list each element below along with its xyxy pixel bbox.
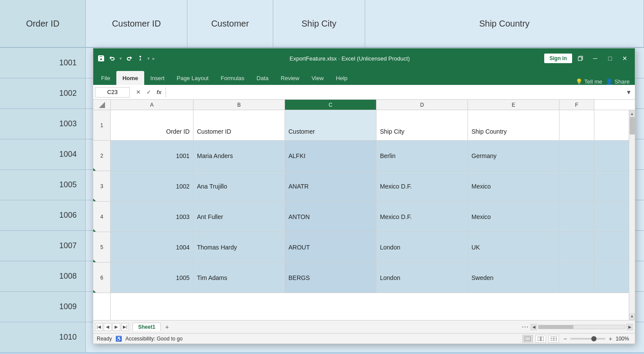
cell-row2-a[interactable]: 1001 — [111, 141, 193, 171]
cell-row4-e[interactable]: Mexico — [468, 202, 559, 232]
tab-page-layout[interactable]: Page Layout — [171, 71, 215, 85]
sheet-dots-menu[interactable]: ⋯ — [520, 323, 530, 331]
row-num-5[interactable]: 5 — [93, 232, 110, 263]
cell-row3-c[interactable]: ANATR — [285, 171, 376, 201]
cell-row4-a[interactable]: 1003 — [111, 202, 193, 232]
row-num-1[interactable]: 1 — [93, 110, 110, 141]
zoom-in-button[interactable]: + — [607, 335, 614, 342]
cell-row2-b[interactable]: Maria Anders — [193, 141, 285, 171]
cell-row2-c[interactable]: ALFKI — [285, 141, 376, 171]
zoom-thumb[interactable] — [591, 336, 597, 341]
page-break-view-button[interactable] — [549, 335, 559, 343]
formula-input[interactable] — [168, 87, 623, 98]
cell-row2-f[interactable] — [559, 141, 594, 171]
name-box[interactable]: C23 — [95, 87, 130, 98]
cell-row5-b[interactable]: Thomas Hardy — [193, 232, 285, 262]
cell-row6-d[interactable]: London — [376, 263, 468, 293]
cell-row6-f[interactable] — [559, 263, 594, 293]
tab-home[interactable]: Home — [116, 71, 144, 85]
scroll-thumb[interactable] — [630, 117, 635, 135]
insert-function-button[interactable]: fx — [154, 88, 164, 97]
corner-cell[interactable] — [93, 100, 111, 110]
cell-row2-e[interactable]: Germany — [468, 141, 559, 171]
page-layout-view-button[interactable] — [536, 335, 546, 343]
restore-window-icon[interactable] — [574, 52, 587, 65]
tab-file[interactable]: File — [95, 71, 116, 85]
row-num-2[interactable]: 2 — [93, 141, 110, 171]
sheet-tab-1[interactable]: Sheet1 — [132, 323, 161, 331]
scroll-track[interactable] — [629, 117, 635, 313]
cell-row2-d[interactable]: Berlin — [376, 141, 468, 171]
touch-mode-icon[interactable] — [136, 54, 145, 63]
zoom-track[interactable] — [570, 338, 605, 340]
tab-help[interactable]: Help — [330, 71, 354, 85]
sheet-scroll-area: A B C D E F 1 2 3 — [93, 100, 635, 320]
col-header-a[interactable]: A — [111, 100, 193, 110]
tell-me-item[interactable]: 💡 Tell me — [576, 78, 602, 85]
row-num-4[interactable]: 4 — [93, 202, 110, 232]
row-num-6[interactable]: 6 — [93, 263, 110, 293]
ribbon-extra: 💡 Tell me 👤 Share — [576, 78, 633, 85]
cell-row6-c[interactable]: BERGS — [285, 263, 376, 293]
table-row: 1002 Ana Trujillo ANATR Mexico D.F. Mexi… — [111, 171, 629, 202]
cell-row3-b[interactable]: Ana Trujillo — [193, 171, 285, 201]
tab-view[interactable]: View — [305, 71, 330, 85]
scroll-down-button[interactable]: ▼ — [629, 313, 635, 320]
cell-row3-f[interactable] — [559, 171, 594, 201]
cell-row4-d[interactable]: Mexico D.F. — [376, 202, 468, 232]
cell-row5-e[interactable]: UK — [468, 232, 559, 262]
col-header-f[interactable]: F — [559, 100, 594, 110]
h-scroll-track[interactable] — [538, 325, 625, 329]
normal-view-button[interactable] — [522, 335, 533, 343]
cell-row5-f[interactable] — [559, 232, 594, 262]
tab-data[interactable]: Data — [251, 71, 275, 85]
cell-row5-c[interactable]: AROUT — [285, 232, 376, 262]
tab-review[interactable]: Review — [275, 71, 305, 85]
h-scroll-thumb[interactable] — [539, 325, 573, 329]
table-row: 1001 Maria Anders ALFKI Berlin Germany — [111, 141, 629, 171]
redo-icon[interactable] — [125, 54, 133, 63]
cell-row6-a[interactable]: 1005 — [111, 263, 193, 293]
close-icon[interactable]: ✕ — [618, 52, 631, 65]
cell-row6-e[interactable]: Sweden — [468, 263, 559, 293]
share-item[interactable]: 👤 Share — [606, 78, 630, 85]
maximize-icon[interactable]: □ — [603, 52, 617, 65]
tab-insert[interactable]: Insert — [144, 71, 171, 85]
col-header-d[interactable]: D — [376, 100, 468, 110]
undo-icon[interactable] — [108, 54, 117, 63]
svg-rect-1 — [578, 57, 582, 61]
h-scroll-left-button[interactable]: ◀ — [530, 324, 537, 330]
cell-row5-a[interactable]: 1004 — [111, 232, 193, 262]
formula-expand-icon[interactable]: ▾ — [624, 88, 633, 97]
col-header-c[interactable]: C — [285, 100, 376, 110]
save-icon[interactable] — [97, 54, 105, 63]
cell-row4-b[interactable]: Ant Fuller — [193, 202, 285, 232]
cell-row3-a[interactable]: 1002 — [111, 171, 193, 201]
add-sheet-button[interactable]: + — [163, 323, 171, 331]
cell-row6-b[interactable]: Tim Adams — [193, 263, 285, 293]
quick-access-toolbar: ▾ ▾ ▸ — [97, 54, 155, 63]
bg-col-header-shipcountry: Ship Country — [365, 0, 644, 48]
cell-row3-d[interactable]: Mexico D.F. — [376, 171, 468, 201]
sheet-prev-button[interactable]: ◀ — [104, 323, 112, 331]
sign-in-button[interactable]: Sign in — [544, 54, 572, 63]
cancel-formula-button[interactable]: ✕ — [133, 88, 143, 97]
col-header-e[interactable]: E — [468, 100, 559, 110]
confirm-formula-button[interactable]: ✓ — [144, 88, 153, 97]
col-header-b[interactable]: B — [193, 100, 285, 110]
zoom-out-button[interactable]: − — [562, 335, 569, 342]
cell-row4-c[interactable]: ANTON — [285, 202, 376, 232]
sheet-first-button[interactable]: |◀ — [95, 323, 103, 331]
bg-row-1007: 1007 — [0, 231, 86, 261]
cell-row3-e[interactable]: Mexico — [468, 171, 559, 201]
tab-formulas[interactable]: Formulas — [215, 71, 251, 85]
h-scroll-right-button[interactable]: ▶ — [626, 324, 633, 330]
cell-row5-d[interactable]: London — [376, 232, 468, 262]
cell-row4-f[interactable] — [559, 202, 594, 232]
sheet-next-button[interactable]: ▶ — [112, 323, 120, 331]
minimize-icon[interactable]: ─ — [589, 52, 602, 65]
row-num-3[interactable]: 3 — [93, 171, 110, 202]
sheet-last-button[interactable]: ▶| — [121, 323, 129, 331]
vertical-scrollbar[interactable]: ▲ ▼ — [629, 110, 635, 320]
scroll-up-button[interactable]: ▲ — [629, 110, 635, 117]
